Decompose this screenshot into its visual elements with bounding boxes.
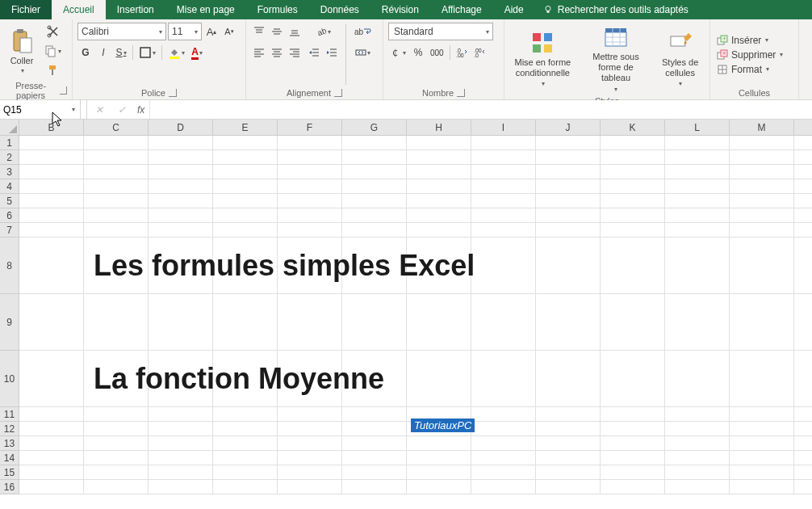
cell[interactable]: [407, 422, 471, 436]
column-header[interactable]: H: [407, 120, 471, 135]
cell[interactable]: [471, 436, 536, 451]
cell[interactable]: [730, 465, 794, 480]
cell[interactable]: [471, 179, 536, 194]
cell[interactable]: [601, 480, 665, 494]
cell[interactable]: [84, 194, 149, 208]
cell[interactable]: [149, 223, 213, 238]
cell[interactable]: [665, 294, 730, 351]
cell[interactable]: [536, 165, 601, 179]
cell[interactable]: [407, 223, 471, 238]
cell[interactable]: [536, 150, 601, 165]
cell[interactable]: [407, 351, 471, 407]
decrease-decimal-button[interactable]: .00.0: [471, 44, 488, 61]
cell[interactable]: [536, 465, 601, 480]
cell[interactable]: [601, 165, 665, 179]
cell[interactable]: [342, 208, 407, 223]
cell[interactable]: [665, 436, 730, 451]
cell[interactable]: [278, 351, 342, 407]
row-header[interactable]: 7: [0, 223, 19, 238]
cell[interactable]: [730, 351, 794, 407]
cell[interactable]: [407, 150, 471, 165]
increase-indent-button[interactable]: [324, 44, 340, 61]
font-dialog-launcher[interactable]: [169, 89, 177, 97]
cell[interactable]: [149, 165, 213, 179]
cell[interactable]: [730, 294, 794, 351]
cell[interactable]: [407, 238, 471, 294]
font-size-select[interactable]: 11▾: [168, 23, 202, 40]
cell[interactable]: [213, 136, 278, 150]
cell[interactable]: [471, 422, 536, 436]
cell[interactable]: [84, 165, 149, 179]
cell[interactable]: [471, 465, 536, 480]
cell[interactable]: [342, 223, 407, 238]
cut-button[interactable]: [42, 23, 64, 40]
cell[interactable]: [213, 165, 278, 179]
row-header[interactable]: 6: [0, 208, 19, 223]
cell[interactable]: [601, 136, 665, 150]
cell[interactable]: [407, 480, 471, 494]
cell[interactable]: [601, 351, 665, 407]
enter-formula-button[interactable]: ✓: [115, 104, 129, 116]
cell[interactable]: [213, 480, 278, 494]
cell[interactable]: [471, 165, 536, 179]
cell[interactable]: [471, 208, 536, 223]
cell[interactable]: [19, 351, 84, 407]
cell[interactable]: [342, 179, 407, 194]
cell[interactable]: [601, 436, 665, 451]
cell[interactable]: [149, 465, 213, 480]
cell[interactable]: [407, 294, 471, 351]
cell[interactable]: [19, 150, 84, 165]
cell[interactable]: [471, 451, 536, 465]
cancel-formula-button[interactable]: ✕: [92, 104, 107, 116]
cell[interactable]: [19, 407, 84, 422]
cell[interactable]: [213, 294, 278, 351]
orientation-button[interactable]: ab▾: [306, 23, 340, 40]
cell[interactable]: [471, 238, 536, 294]
cell[interactable]: [665, 407, 730, 422]
tab-insert[interactable]: Insertion: [106, 0, 165, 19]
cell[interactable]: [278, 451, 342, 465]
cell[interactable]: [536, 294, 601, 351]
cell[interactable]: [665, 165, 730, 179]
cell[interactable]: [213, 238, 278, 294]
cell[interactable]: [342, 294, 407, 351]
font-name-select[interactable]: Calibri▾: [77, 23, 166, 40]
cell[interactable]: [149, 294, 213, 351]
column-header[interactable]: E: [213, 120, 278, 135]
tab-review[interactable]: Révision: [370, 0, 430, 19]
cell[interactable]: [19, 223, 84, 238]
column-header[interactable]: L: [665, 120, 730, 135]
merge-center-button[interactable]: ▾: [352, 44, 374, 61]
align-middle-button[interactable]: [269, 23, 285, 40]
row-header[interactable]: 12: [0, 422, 19, 436]
column-header[interactable]: G: [342, 120, 407, 135]
row-header[interactable]: 15: [0, 465, 19, 480]
paste-button[interactable]: Coller ▾: [5, 23, 39, 79]
cell[interactable]: [471, 294, 536, 351]
formula-input[interactable]: [150, 100, 812, 119]
cell[interactable]: [536, 451, 601, 465]
decrease-font-button[interactable]: A▾: [221, 23, 237, 40]
cell[interactable]: [665, 465, 730, 480]
align-left-button[interactable]: [251, 44, 267, 61]
cell[interactable]: [278, 208, 342, 223]
cell[interactable]: [665, 208, 730, 223]
cell[interactable]: [665, 179, 730, 194]
accounting-format-button[interactable]: ₵▾: [388, 44, 408, 61]
cell[interactable]: [730, 194, 794, 208]
cell[interactable]: [342, 194, 407, 208]
cell[interactable]: [213, 208, 278, 223]
cell[interactable]: [730, 451, 794, 465]
format-as-table-button[interactable]: Mettre sous forme de tableau▾: [580, 23, 652, 95]
cell[interactable]: [407, 407, 471, 422]
cell[interactable]: [213, 436, 278, 451]
cell[interactable]: [84, 136, 149, 150]
cell[interactable]: [471, 136, 536, 150]
row-header[interactable]: 2: [0, 150, 19, 165]
column-header[interactable]: K: [601, 120, 665, 135]
cell[interactable]: [471, 194, 536, 208]
cell[interactable]: [665, 194, 730, 208]
tell-me-search[interactable]: Rechercher des outils adaptés: [535, 0, 697, 19]
column-header[interactable]: I: [471, 120, 536, 135]
row-header[interactable]: 4: [0, 179, 19, 194]
